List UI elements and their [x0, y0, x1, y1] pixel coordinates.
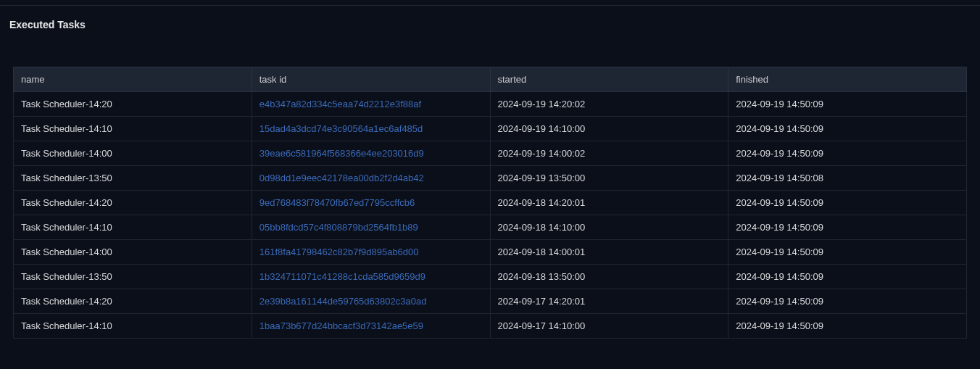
cell-finished: 2024-09-19 14:50:09: [728, 289, 967, 314]
table-row: Task Scheduler-14:202e39b8a161144de59765…: [14, 289, 967, 314]
cell-finished: 2024-09-19 14:50:09: [728, 215, 967, 240]
cell-name: Task Scheduler-14:00: [14, 141, 252, 166]
cell-finished: 2024-09-19 14:50:09: [728, 240, 967, 265]
cell-task-id-link[interactable]: 05bb8fdcd57c4f808879bd2564fb1b89: [252, 215, 490, 240]
table-row: Task Scheduler-14:209ed768483f78470fb67e…: [14, 191, 967, 215]
cell-name: Task Scheduler-14:10: [14, 215, 252, 240]
table-header-row: name task id started finished: [14, 67, 967, 92]
table-row: Task Scheduler-13:501b324711071c41288c1c…: [14, 265, 967, 289]
cell-task-id-link[interactable]: 0d98dd1e9eec42178ea00db2f2d4ab42: [252, 166, 490, 191]
cell-name: Task Scheduler-14:10: [14, 314, 252, 339]
cell-started: 2024-09-19 14:10:00: [490, 117, 728, 141]
cell-finished: 2024-09-19 14:50:09: [728, 141, 967, 166]
column-header-finished[interactable]: finished: [728, 67, 967, 92]
cell-task-id-link[interactable]: 161f8fa41798462c82b7f9d895ab6d00: [252, 240, 490, 265]
table-row: Task Scheduler-14:1015dad4a3dcd74e3c9056…: [14, 117, 967, 141]
cell-finished: 2024-09-19 14:50:09: [728, 265, 967, 289]
cell-finished: 2024-09-19 14:50:09: [728, 92, 967, 117]
page-title: Executed Tasks: [0, 6, 980, 30]
cell-task-id-link[interactable]: e4b347a82d334c5eaa74d2212e3f88af: [252, 92, 490, 117]
cell-started: 2024-09-18 14:10:00: [490, 215, 728, 240]
table-row: Task Scheduler-14:101baa73b677d24bbcacf3…: [14, 314, 967, 339]
cell-started: 2024-09-18 13:50:00: [490, 265, 728, 289]
column-header-task-id[interactable]: task id: [252, 67, 490, 92]
cell-finished: 2024-09-19 14:50:08: [728, 166, 967, 191]
cell-task-id-link[interactable]: 2e39b8a161144de59765d63802c3a0ad: [252, 289, 490, 314]
cell-started: 2024-09-18 14:00:01: [490, 240, 728, 265]
cell-task-id-link[interactable]: 1baa73b677d24bbcacf3d73142ae5e59: [252, 314, 490, 339]
column-header-started[interactable]: started: [490, 67, 728, 92]
cell-name: Task Scheduler-14:00: [14, 240, 252, 265]
cell-started: 2024-09-19 14:20:02: [490, 92, 728, 117]
cell-task-id-link[interactable]: 15dad4a3dcd74e3c90564a1ec6af485d: [252, 117, 490, 141]
cell-task-id-link[interactable]: 39eae6c581964f568366e4ee203016d9: [252, 141, 490, 166]
cell-finished: 2024-09-19 14:50:09: [728, 117, 967, 141]
table-row: Task Scheduler-14:0039eae6c581964f568366…: [14, 141, 967, 166]
table-row: Task Scheduler-14:00161f8fa41798462c82b7…: [14, 240, 967, 265]
table-row: Task Scheduler-14:20e4b347a82d334c5eaa74…: [14, 92, 967, 117]
cell-started: 2024-09-17 14:20:01: [490, 289, 728, 314]
executed-tasks-table: name task id started finished Task Sched…: [13, 67, 967, 339]
cell-started: 2024-09-17 14:10:00: [490, 314, 728, 339]
cell-started: 2024-09-18 14:20:01: [490, 191, 728, 215]
cell-name: Task Scheduler-13:50: [14, 265, 252, 289]
cell-name: Task Scheduler-14:20: [14, 92, 252, 117]
cell-name: Task Scheduler-14:20: [14, 191, 252, 215]
cell-started: 2024-09-19 14:00:02: [490, 141, 728, 166]
cell-name: Task Scheduler-14:20: [14, 289, 252, 314]
cell-name: Task Scheduler-13:50: [14, 166, 252, 191]
cell-task-id-link[interactable]: 9ed768483f78470fb67ed7795ccffcb6: [252, 191, 490, 215]
top-divider: [0, 0, 980, 6]
column-header-name[interactable]: name: [14, 67, 252, 92]
cell-finished: 2024-09-19 14:50:09: [728, 191, 967, 215]
table-row: Task Scheduler-14:1005bb8fdcd57c4f808879…: [14, 215, 967, 240]
table-container: name task id started finished Task Sched…: [0, 30, 980, 339]
cell-name: Task Scheduler-14:10: [14, 117, 252, 141]
cell-started: 2024-09-19 13:50:00: [490, 166, 728, 191]
table-row: Task Scheduler-13:500d98dd1e9eec42178ea0…: [14, 166, 967, 191]
cell-finished: 2024-09-19 14:50:09: [728, 314, 967, 339]
cell-task-id-link[interactable]: 1b324711071c41288c1cda585d9659d9: [252, 265, 490, 289]
